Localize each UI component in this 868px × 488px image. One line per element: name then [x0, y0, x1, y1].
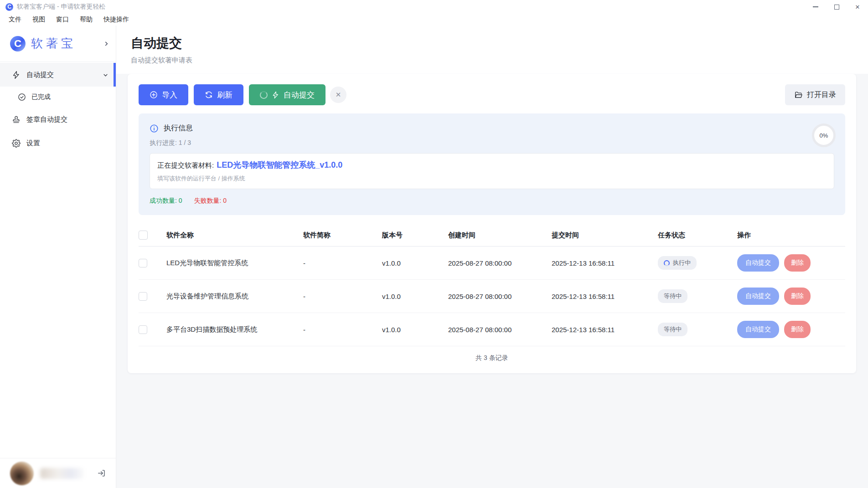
chevron-right-icon — [103, 41, 109, 47]
execution-progress-text: 执行进度: 1 / 3 — [150, 139, 834, 147]
col-header-created: 创建时间 — [448, 231, 552, 240]
user-name-blurred — [40, 468, 84, 479]
row-auto-submit-button[interactable]: 自动提交 — [737, 254, 779, 272]
maximize-icon — [834, 5, 839, 10]
page-header: 自动提交 自动提交软著申请表 — [116, 26, 868, 74]
col-header-submitted: 提交时间 — [552, 231, 658, 240]
loading-spinner-icon — [260, 91, 268, 99]
col-header-short-name: 软件简称 — [303, 231, 382, 240]
window-title: 软著宝客户端 - 申请软著更轻松 — [17, 3, 105, 11]
sidebar-item-label: 自动提交 — [26, 71, 54, 79]
select-all-checkbox[interactable] — [139, 231, 148, 240]
user-avatar[interactable] — [10, 462, 34, 485]
row-auto-submit-button[interactable]: 自动提交 — [737, 321, 779, 338]
logout-button[interactable] — [97, 469, 106, 478]
col-header-version: 版本号 — [382, 231, 448, 240]
gear-icon — [12, 139, 21, 148]
tasks-table: 软件全称 软件简称 版本号 创建时间 提交时间 任务状态 操作 LED光导物联智… — [139, 224, 845, 363]
refresh-button[interactable]: 刷新 — [194, 84, 243, 105]
lightning-icon — [272, 91, 279, 99]
page-title: 自动提交 — [131, 35, 868, 52]
fail-count-value: 0 — [223, 197, 227, 204]
table-body: LED光导物联智能管控系统-v1.0.02025-08-27 08:00:002… — [139, 247, 845, 346]
cell-submitted: 2025-12-13 16:58:11 — [552, 293, 658, 300]
close-icon: ✕ — [336, 91, 341, 99]
open-directory-button[interactable]: 打开目录 — [785, 84, 845, 105]
row-checkbox[interactable] — [139, 259, 147, 267]
success-count-value: 0 — [179, 197, 182, 204]
row-checkbox[interactable] — [139, 325, 147, 334]
status-badge: 等待中 — [658, 289, 687, 303]
col-header-actions: 操作 — [737, 231, 845, 240]
lightning-icon — [12, 71, 21, 79]
sidebar-item-label: 设置 — [26, 139, 40, 148]
cell-short-name: - — [303, 326, 382, 334]
sidebar-item-auto-submit[interactable]: 自动提交 — [0, 63, 116, 87]
folder-open-icon — [794, 91, 803, 99]
app-logo-text: 软著宝 — [31, 36, 76, 51]
cancel-task-button[interactable]: ✕ — [330, 87, 346, 103]
cell-full-name: 光导设备维护管理信息系统 — [166, 292, 303, 301]
auto-submit-button-label: 自动提交 — [284, 90, 315, 100]
row-delete-button[interactable]: 删除 — [784, 288, 811, 305]
cell-submitted: 2025-12-13 16:58:11 — [552, 326, 658, 334]
status-badge: 等待中 — [658, 323, 687, 336]
sidebar-collapse-button[interactable] — [103, 41, 109, 47]
sidebar-item-seal-auto-submit[interactable]: 签章自动提交 — [0, 108, 116, 131]
table-row: LED光导物联智能管控系统-v1.0.02025-08-27 08:00:002… — [139, 247, 845, 280]
user-panel — [0, 458, 116, 488]
status-badge: 执行中 — [658, 256, 697, 270]
execution-info-title: 执行信息 — [164, 123, 193, 133]
auto-submit-button[interactable]: 自动提交 — [249, 84, 326, 105]
current-submission-box: 正在提交软著材料:LED光导物联智能管控系统_v1.0.0 填写该软件的运行平台… — [150, 153, 834, 189]
sidebar-item-settings[interactable]: 设置 — [0, 131, 116, 155]
row-delete-button[interactable]: 删除 — [784, 321, 811, 338]
row-auto-submit-button[interactable]: 自动提交 — [737, 288, 779, 305]
current-step-text: 填写该软件的运行平台 / 操作系统 — [157, 175, 827, 183]
sidebar-item-completed[interactable]: 已完成 — [0, 87, 116, 108]
success-count-label: 成功数量: — [150, 197, 177, 204]
stamp-icon — [12, 115, 21, 124]
menu-quick-actions[interactable]: 快捷操作 — [98, 14, 134, 25]
check-circle-icon — [18, 93, 26, 101]
col-header-status: 任务状态 — [658, 231, 737, 240]
cell-short-name: - — [303, 293, 382, 300]
menu-help[interactable]: 帮助 — [75, 14, 98, 25]
close-icon: ✕ — [855, 4, 860, 10]
col-header-full-name: 软件全称 — [166, 231, 303, 240]
table-header-row: 软件全称 软件简称 版本号 创建时间 提交时间 任务状态 操作 — [139, 224, 845, 247]
cell-version: v1.0.0 — [382, 259, 448, 267]
close-button[interactable]: ✕ — [847, 0, 868, 14]
refresh-icon — [205, 91, 213, 99]
cell-full-name: LED光导物联智能管控系统 — [166, 259, 303, 267]
chevron-down-icon — [103, 72, 108, 78]
current-submission-name: LED光导物联智能管控系统_v1.0.0 — [217, 160, 342, 170]
import-button-label: 导入 — [162, 90, 177, 100]
app-logo-icon: C — [5, 3, 13, 11]
current-submission-label: 正在提交软著材料: — [157, 161, 214, 169]
refresh-button-label: 刷新 — [217, 90, 232, 100]
menu-view[interactable]: 视图 — [27, 14, 50, 25]
cell-version: v1.0.0 — [382, 326, 448, 334]
titlebar: C 软著宝客户端 - 申请软著更轻松 ✕ — [0, 0, 868, 14]
minimize-button[interactable] — [805, 0, 826, 14]
status-text: 等待中 — [664, 292, 682, 300]
row-checkbox[interactable] — [139, 292, 147, 301]
cell-created: 2025-08-27 08:00:00 — [448, 326, 552, 334]
row-delete-button[interactable]: 删除 — [784, 254, 811, 272]
table-row: 多平台3D扫描数据预处理系统-v1.0.02025-08-27 08:00:00… — [139, 313, 845, 346]
running-spinner-icon — [664, 260, 670, 266]
table-row: 光导设备维护管理信息系统-v1.0.02025-08-27 08:00:0020… — [139, 280, 845, 313]
logout-icon — [97, 469, 106, 478]
menu-window[interactable]: 窗口 — [51, 14, 74, 25]
fail-count-label: 失败数量: — [194, 197, 222, 204]
cell-short-name: - — [303, 259, 382, 267]
sidebar-logo: C 软著宝 — [0, 26, 116, 62]
maximize-button[interactable] — [826, 0, 847, 14]
cell-version: v1.0.0 — [382, 293, 448, 300]
cell-created: 2025-08-27 08:00:00 — [448, 259, 552, 267]
import-button[interactable]: 导入 — [139, 84, 188, 105]
menu-file[interactable]: 文件 — [4, 14, 26, 25]
minimize-icon — [813, 6, 818, 7]
execution-info-panel: 执行信息 执行进度: 1 / 3 正在提交软著材料:LED光导物联智能管控系统_… — [139, 113, 845, 215]
